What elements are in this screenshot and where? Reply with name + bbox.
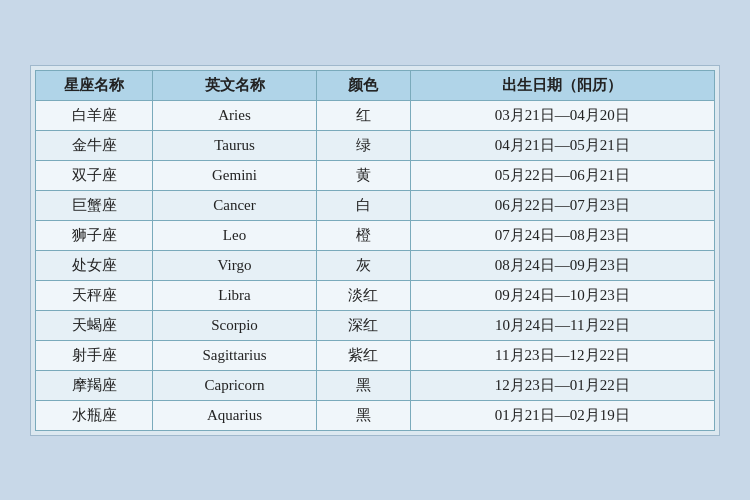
cell-date: 09月24日—10月23日 — [410, 280, 714, 310]
table-row: 巨蟹座Cancer白06月22日—07月23日 — [36, 190, 715, 220]
cell-color: 橙 — [316, 220, 410, 250]
cell-en: Taurus — [153, 130, 317, 160]
cell-zh: 狮子座 — [36, 220, 153, 250]
cell-en: Libra — [153, 280, 317, 310]
cell-date: 03月21日—04月20日 — [410, 100, 714, 130]
cell-zh: 射手座 — [36, 340, 153, 370]
header-date: 出生日期（阳历） — [410, 70, 714, 100]
cell-zh: 处女座 — [36, 250, 153, 280]
cell-en: Aries — [153, 100, 317, 130]
cell-zh: 天秤座 — [36, 280, 153, 310]
cell-zh: 巨蟹座 — [36, 190, 153, 220]
zodiac-table: 星座名称 英文名称 颜色 出生日期（阳历） 白羊座Aries红03月21日—04… — [35, 70, 715, 431]
table-row: 射手座Sagittarius紫红11月23日—12月22日 — [36, 340, 715, 370]
cell-zh: 白羊座 — [36, 100, 153, 130]
cell-color: 白 — [316, 190, 410, 220]
cell-date: 06月22日—07月23日 — [410, 190, 714, 220]
table-row: 双子座Gemini黄05月22日—06月21日 — [36, 160, 715, 190]
header-zh: 星座名称 — [36, 70, 153, 100]
cell-date: 08月24日—09月23日 — [410, 250, 714, 280]
cell-color: 绿 — [316, 130, 410, 160]
cell-date: 07月24日—08月23日 — [410, 220, 714, 250]
cell-date: 12月23日—01月22日 — [410, 370, 714, 400]
cell-zh: 天蝎座 — [36, 310, 153, 340]
cell-en: Leo — [153, 220, 317, 250]
cell-en: Cancer — [153, 190, 317, 220]
table-row: 水瓶座Aquarius黑01月21日—02月19日 — [36, 400, 715, 430]
cell-date: 05月22日—06月21日 — [410, 160, 714, 190]
header-en: 英文名称 — [153, 70, 317, 100]
cell-en: Aquarius — [153, 400, 317, 430]
table-body: 白羊座Aries红03月21日—04月20日金牛座Taurus绿04月21日—0… — [36, 100, 715, 430]
cell-color: 黑 — [316, 370, 410, 400]
cell-date: 11月23日—12月22日 — [410, 340, 714, 370]
cell-color: 紫红 — [316, 340, 410, 370]
cell-en: Scorpio — [153, 310, 317, 340]
cell-zh: 水瓶座 — [36, 400, 153, 430]
zodiac-table-container: 星座名称 英文名称 颜色 出生日期（阳历） 白羊座Aries红03月21日—04… — [30, 65, 720, 436]
table-row: 摩羯座Capricorn黑12月23日—01月22日 — [36, 370, 715, 400]
table-row: 狮子座Leo橙07月24日—08月23日 — [36, 220, 715, 250]
cell-date: 01月21日—02月19日 — [410, 400, 714, 430]
table-row: 金牛座Taurus绿04月21日—05月21日 — [36, 130, 715, 160]
cell-en: Sagittarius — [153, 340, 317, 370]
cell-date: 04月21日—05月21日 — [410, 130, 714, 160]
cell-zh: 摩羯座 — [36, 370, 153, 400]
cell-date: 10月24日—11月22日 — [410, 310, 714, 340]
table-header-row: 星座名称 英文名称 颜色 出生日期（阳历） — [36, 70, 715, 100]
table-row: 天秤座Libra淡红09月24日—10月23日 — [36, 280, 715, 310]
table-row: 处女座Virgo灰08月24日—09月23日 — [36, 250, 715, 280]
cell-en: Virgo — [153, 250, 317, 280]
cell-zh: 双子座 — [36, 160, 153, 190]
cell-en: Capricorn — [153, 370, 317, 400]
table-row: 白羊座Aries红03月21日—04月20日 — [36, 100, 715, 130]
cell-color: 黄 — [316, 160, 410, 190]
cell-color: 红 — [316, 100, 410, 130]
cell-zh: 金牛座 — [36, 130, 153, 160]
cell-color: 黑 — [316, 400, 410, 430]
cell-color: 深红 — [316, 310, 410, 340]
cell-en: Gemini — [153, 160, 317, 190]
cell-color: 灰 — [316, 250, 410, 280]
cell-color: 淡红 — [316, 280, 410, 310]
header-color: 颜色 — [316, 70, 410, 100]
table-row: 天蝎座Scorpio深红10月24日—11月22日 — [36, 310, 715, 340]
